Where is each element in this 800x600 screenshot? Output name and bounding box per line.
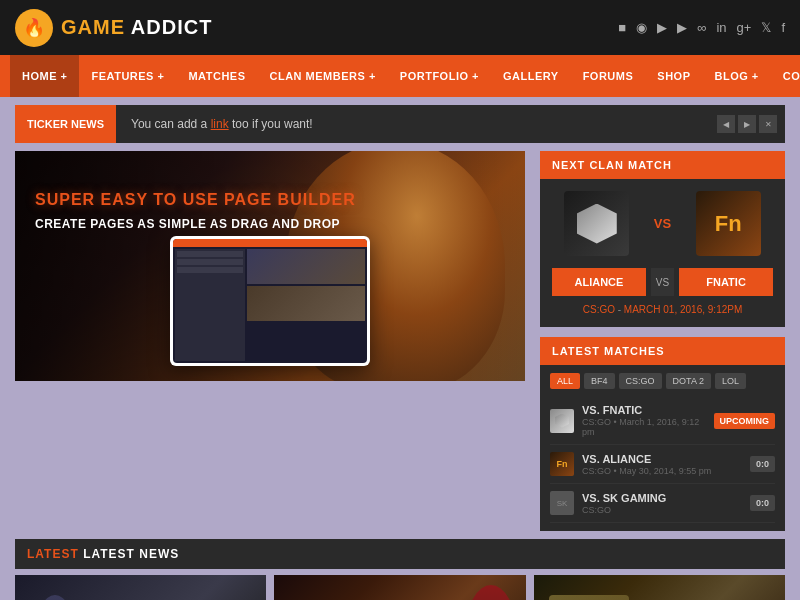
mockup-sidebar [175,249,245,361]
fnatic-button[interactable]: FNATIC [679,268,773,296]
fnatic-symbol: Fn [715,211,742,237]
ticker-prev-button[interactable]: ◀ [717,115,735,133]
mockup-image2 [247,286,365,321]
clan-match-widget: NEXT CLAN MATCH VS Fn ALIANCE VS FNATIC [540,151,785,327]
hero-subtitle: CREATE PAGES AS SIMPLE AS DRAG AND DROP [35,217,356,231]
mockup-sidebar-item [177,267,243,273]
logo-addict: ADDICT [131,16,213,38]
navigation: HOME + FEATURES + MATCHES CLAN MEMBERS +… [0,55,800,97]
filter-lol[interactable]: LOL [715,373,746,389]
match-list: VS. FNATIC CS:GO • March 1, 2016, 9:12 p… [540,397,785,531]
ticker-text: You can add a link too if you want! [116,117,717,131]
alliance-button[interactable]: ALIANCE [552,268,646,296]
news-image-1 [15,575,266,600]
news-image-2 [274,575,525,600]
nav-item-portfolio[interactable]: PORTFOLIO + [388,55,491,97]
latest-news-header: LATEST LATEST NEWS [15,539,785,569]
ticker-text-before: You can add a [131,117,211,131]
latest-matches-widget: LATEST MATCHES ALL BF4 CS:GO DOTA 2 LOL … [540,337,785,531]
clan-vs-label: VS [654,216,671,231]
ticker-text-after: too if you want! [229,117,313,131]
rss-icon[interactable]: ■ [618,20,626,35]
nav-item-forums[interactable]: FORUMS [571,55,646,97]
logo-icon: 🔥 [15,9,53,47]
nav-item-gallery[interactable]: GALLERY [491,55,571,97]
match-details: VS. FNATIC CS:GO • March 1, 2016, 9:12 p… [582,404,706,437]
news-grid [15,575,785,600]
hero-text: SUPER EASY TO USE PAGE BUILDER CREATE PA… [35,191,356,231]
match-details: VS. ALIANCE CS:GO • May 30, 2014, 9:55 p… [582,453,742,476]
filter-csgo[interactable]: CS:GO [619,373,662,389]
ticker-link[interactable]: link [211,117,229,131]
hero-banner: SUPER EASY TO USE PAGE BUILDER CREATE PA… [15,151,525,381]
fnatic-logo: Fn [696,191,761,256]
match-vs: VS. ALIANCE [582,453,742,465]
match-details: VS. SK GAMING CS:GO [582,492,742,515]
settings-icon[interactable]: ◉ [636,20,647,35]
mockup-content [173,247,367,363]
vimeo-icon[interactable]: ▶ [657,20,667,35]
match-meta: CS:GO • May 30, 2014, 9:55 pm [582,466,742,476]
mockup-nav [173,239,367,247]
twitter-icon[interactable]: 𝕏 [761,20,771,35]
mockup-sidebar-item [177,251,243,257]
filter-dota2[interactable]: DOTA 2 [666,373,711,389]
alliance-symbol [577,204,617,244]
logo: 🔥 GAME ADDICT [15,9,212,47]
news-card-3[interactable] [534,575,785,600]
match-item: SK VS. SK GAMING CS:GO 0:0 [550,484,775,523]
match-vs: VS. FNATIC [582,404,706,416]
filter-all[interactable]: ALL [550,373,580,389]
latest-matches-header: LATEST MATCHES [540,337,785,365]
clan-names: ALIANCE VS FNATIC [552,268,773,296]
sidebar: NEXT CLAN MATCH VS Fn ALIANCE VS FNATIC [540,151,785,531]
clan-time: 9:12PM [708,304,742,315]
youtube-icon[interactable]: ▶ [677,20,687,35]
ticker-news: TICKER NEWS You can add a link too if yo… [15,105,785,143]
news-figure-2 [466,585,516,600]
nav-item-shop[interactable]: SHOP [645,55,702,97]
mockup-image1 [247,249,365,284]
vs-label: VS [651,268,674,296]
hero-mockup [170,236,370,366]
clan-match-header: NEXT CLAN MATCH [540,151,785,179]
match-badge-score: 0:0 [750,495,775,511]
nav-item-matches[interactable]: MATCHES [176,55,257,97]
news-card-1[interactable] [15,575,266,600]
mockup-sidebar-item [177,259,243,265]
news-card-2[interactable] [274,575,525,600]
twitch-icon[interactable]: ∞ [697,20,706,35]
latest-news-title: LATEST LATEST NEWS [27,547,179,561]
logo-game: GAME [61,16,125,38]
match-meta: CS:GO • March 1, 2016, 9:12 pm [582,417,706,437]
news-figure-3 [549,595,629,600]
match-badge-upcoming: UPCOMING [714,413,776,429]
nav-item-home[interactable]: HOME + [10,55,79,97]
news-label: LATEST NEWS [83,547,179,561]
nav-item-blog[interactable]: BLOG + [703,55,771,97]
ticker-controls: ◀ ▶ ✕ [717,115,785,133]
clan-date: MARCH 01, 2016, [624,304,705,315]
hero-title: SUPER EASY TO USE PAGE BUILDER [35,191,356,209]
filter-bf4[interactable]: BF4 [584,373,615,389]
ticker-label: TICKER NEWS [15,105,116,143]
alliance-logo [564,191,629,256]
gplus-icon[interactable]: g+ [737,20,752,35]
clan-game: CS:GO [583,304,615,315]
match-icon-fnatic: Fn [550,452,574,476]
nav-item-features[interactable]: FEATURES + [79,55,176,97]
match-icon-sk: SK [550,491,574,515]
linkedin-icon[interactable]: in [716,20,726,35]
nav-item-contact[interactable]: CONTACT [771,55,800,97]
ticker-next-button[interactable]: ▶ [738,115,756,133]
nav-item-clan-members[interactable]: CLAN MEMBERS + [258,55,388,97]
news-image-3 [534,575,785,600]
mockup-inner [173,239,367,363]
ticker-close-button[interactable]: ✕ [759,115,777,133]
news-figure-1 [35,595,75,600]
facebook-icon[interactable]: f [781,20,785,35]
match-item: VS. FNATIC CS:GO • March 1, 2016, 9:12 p… [550,397,775,445]
match-filters: ALL BF4 CS:GO DOTA 2 LOL [540,365,785,397]
header: 🔥 GAME ADDICT ■ ◉ ▶ ▶ ∞ in g+ 𝕏 f [0,0,800,55]
clan-match-body: VS Fn ALIANCE VS FNATIC CS:GO - MARCH 01… [540,179,785,327]
